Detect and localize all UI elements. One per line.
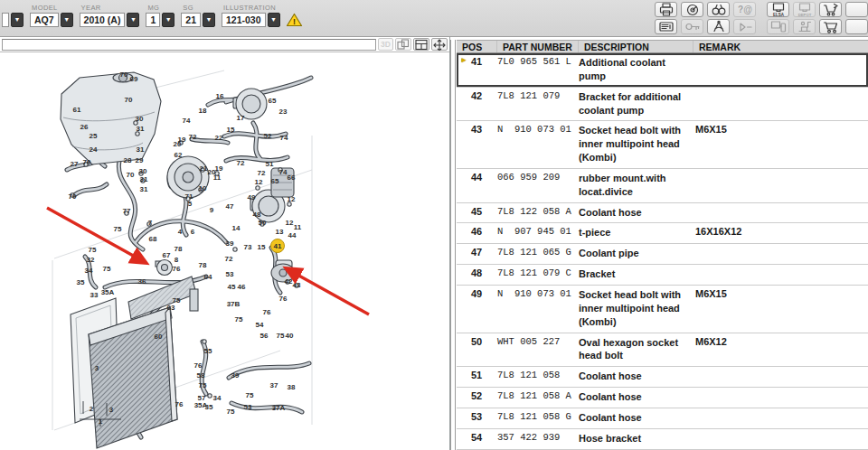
table-row-pos-42[interactable]: 427L8 121 079Bracket for additional cool… [457,88,868,122]
callout-label-78: 78 [199,261,207,269]
callout-label-52: 52 [264,132,272,140]
description-cell: Additional coolant pump [579,56,693,83]
callout-label-2: 2 [90,405,94,413]
table-row-pos-46[interactable]: 46N 907 945 01t-piece16X16X12 [457,223,868,244]
dropdown-arrow-button[interactable]: ▼ [11,13,24,27]
binoculars-icon-button[interactable] [707,2,730,17]
pos-cell: 48 [457,267,497,278]
callout-label-35: 35 [205,403,213,411]
depot-monitor-icon-button[interactable]: DEPOT [793,2,816,17]
pos-cell: 49 [457,288,497,299]
table-row-pos-54[interactable]: 54357 422 939Hose bracket [457,429,868,450]
part-number-cell: 7L8 121 065 G [497,247,579,258]
diagram-panel[interactable]: 7069706130312625243128292770307031317016… [0,52,449,450]
cart-icon-button[interactable] [819,19,842,34]
monitor-phone-icon-button[interactable] [767,19,789,34]
table-row-pos-45[interactable]: 457L8 122 058 ACoolant hose [457,203,868,224]
table-row-pos-44[interactable]: 44066 959 209rubber mount.with locat.div… [457,169,868,203]
pos-cell: 44 [457,172,497,183]
table-row-pos-53[interactable]: 537L8 121 058 GCoolant hose [457,408,868,429]
part-number-cell: 357 422 939 [497,432,579,443]
fit-move-button[interactable] [431,38,448,51]
callout-label-53: 53 [244,403,252,411]
part-number-cell: 7L8 121 079 [497,90,579,101]
selected-row-marker-icon: ► [460,56,467,64]
elsa-monitor-icon-button[interactable]: ELSA [767,2,789,17]
callout-label-75: 75 [277,332,285,340]
part-number-cell: 7L8 121 058 [497,370,579,380]
field-value[interactable]: 21 [181,13,201,27]
key-icon-button[interactable] [681,19,703,34]
table-row-pos-43[interactable]: 43N 910 073 01Socket head bolt with inne… [457,121,868,169]
callout-label-66: 66 [288,173,296,182]
table-row-pos-50[interactable]: 50WHT 005 227Oval hexagon socket head bo… [457,333,868,368]
panes-button[interactable] [413,38,429,51]
help-at-icon-button[interactable]: ?@ [733,2,756,17]
parts-table-body: ►417L0 965 561 LAdditional coolant pump4… [457,53,868,450]
console-list-icon [660,23,673,31]
dropdown-arrow-button[interactable]: ▼ [268,13,280,27]
callout-label-37A: 37A [272,404,286,412]
workstation-icon-button[interactable] [793,19,816,34]
callout-label-75: 75 [199,381,207,389]
callout-label-12: 12 [286,219,294,227]
callout-label-38: 38 [288,383,296,391]
pos-cell: 43 [457,124,497,135]
callout-label-22: 22 [215,134,223,142]
warning-triangle-icon[interactable]: ! [286,13,303,31]
view-3d-button[interactable]: 3D [378,38,393,51]
table-row-pos-41[interactable]: ►417L0 965 561 LAdditional coolant pump [457,53,868,88]
callout-label-48: 48 [253,211,261,219]
depot-monitor-icon: DEPOT [797,4,811,17]
remark-cell: M6X15 [693,288,868,299]
cart-icon [824,23,836,33]
clipped-button-icon-button[interactable] [845,2,868,17]
field-value[interactable]: 2010 (A) [80,13,126,27]
field-label: YEAR [81,4,140,12]
callout-label-39: 39 [231,371,240,380]
dropdown-arrow-button[interactable]: ▼ [162,13,175,27]
field-value[interactable]: 1 [146,13,160,27]
callout-label-63: 63 [167,304,175,312]
callout-label-18: 18 [199,107,207,115]
clipped-button-icon-button[interactable] [845,19,868,34]
callout-label-77: 77 [123,207,131,215]
console-list-icon-button[interactable] [655,19,677,34]
field-value[interactable]: AQ7 [30,13,59,27]
callout-label-65: 65 [269,97,277,105]
callout-label-49: 49 [248,193,256,202]
table-row-pos-52[interactable]: 527L8 121 058 ACoolant hose [457,388,868,408]
dropdown-arrow-button[interactable]: ▼ [203,13,215,27]
table-row-pos-51[interactable]: 517L8 121 058Coolant hose [457,367,868,388]
table-row-pos-47[interactable]: 477L8 121 065 GCoolant pipe [457,244,868,265]
wheel-icon-button[interactable] [681,2,703,17]
pos-cell: ►41 [457,56,497,67]
callout-label-74: 74 [280,134,288,142]
dropdown-arrow-button[interactable]: ▼ [61,13,73,27]
compass-icon [714,21,723,31]
callout-label-39: 39 [226,239,234,248]
diagram-caption-input[interactable] [2,39,376,51]
callout-label-70: 70 [127,171,135,179]
callout-label-26: 26 [80,123,89,131]
callout-label-23: 23 [279,108,288,116]
dropdown-arrow-button[interactable]: ▼ [127,13,139,27]
column-header-pos: POS [457,41,497,52]
callout-label-36: 36 [138,277,146,286]
expansion-tank [61,72,161,164]
callout-label-70: 70 [83,158,91,166]
field-value[interactable] [2,13,9,27]
field-value[interactable]: 121-030 [222,13,266,27]
cart-export-icon-button[interactable] [819,2,842,17]
print-icon-button[interactable] [655,2,677,17]
pos-cell: 54 [457,432,497,443]
callout-label-76: 76 [194,361,203,370]
compass-icon-button[interactable] [707,19,730,34]
callout-label-60: 60 [155,333,163,341]
table-row-pos-48[interactable]: 487L8 121 079 CBracket [457,265,868,286]
table-row-pos-49[interactable]: 49N 910 073 01Socket head bolt with inne… [457,286,868,333]
overlay-button[interactable] [395,38,411,51]
callout-label-24: 24 [90,145,98,154]
play-next-icon-button[interactable] [733,19,756,34]
panel-splitter[interactable] [450,40,456,450]
